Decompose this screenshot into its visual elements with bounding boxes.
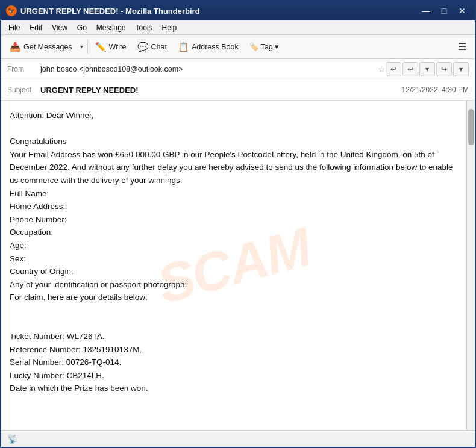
chat-label: Chat [151, 43, 167, 51]
tag-label: Tag [261, 43, 273, 51]
from-row: From john bosco <johnbosco108@outlook.co… [1, 59, 475, 79]
toolbar-sep-1 [87, 40, 88, 54]
body-line-9: Occupation: [10, 226, 458, 239]
menu-bar: FileEditViewGoMessageToolsHelp [1, 20, 475, 35]
chat-button[interactable]: 💬 Chat [133, 38, 172, 56]
app-icon: 🦅 [6, 5, 17, 16]
email-body[interactable]: SCAM Attention: Dear Winner, Congratulat… [1, 101, 466, 430]
body-line-21: Date in which the Prize has been won. [10, 382, 458, 395]
body-line-13: Any of your identification or passport p… [10, 278, 458, 291]
write-button[interactable]: ✏️ Write [90, 38, 131, 56]
from-label: From [7, 65, 40, 73]
menu-item-file[interactable]: File [4, 22, 25, 33]
subject-value: URGENT REPLY NEEDED! [40, 86, 402, 95]
menu-item-edit[interactable]: Edit [25, 22, 47, 33]
chat-icon: 💬 [137, 42, 149, 52]
get-messages-label: Get Messages [23, 43, 72, 51]
email-body-wrapper: SCAM Attention: Dear Winner, Congratulat… [1, 101, 475, 430]
minimize-button[interactable]: — [418, 5, 434, 17]
tag-icon: 🏷️ [249, 42, 259, 51]
body-line-18: Reference Number: 13251910137M. [10, 343, 458, 356]
menu-item-message[interactable]: Message [92, 22, 131, 33]
scrollbar[interactable] [466, 101, 475, 430]
get-messages-dropdown[interactable]: ▾ [78, 41, 85, 52]
title-bar: 🦅 URGENT REPLY NEEDED! - Mozilla Thunder… [1, 1, 475, 20]
reply-back-button[interactable]: ↩ [386, 62, 401, 76]
subject-row: Subject URGENT REPLY NEEDED! 12/21/2022,… [1, 79, 475, 100]
body-line-7: Home Address: [10, 200, 458, 213]
from-value: john bosco <johnbosco108@outlook.com> [40, 65, 374, 73]
email-header: From john bosco <johnbosco108@outlook.co… [1, 59, 475, 101]
body-line-6: Full Name: [10, 187, 458, 201]
main-window: 🦅 URGENT REPLY NEEDED! - Mozilla Thunder… [0, 0, 476, 448]
connection-status-icon: 📡 [7, 434, 17, 444]
date-value: 12/21/2022, 4:30 PM [402, 86, 469, 94]
menu-item-help[interactable]: Help [157, 22, 182, 33]
reply-button[interactable]: ↩ [402, 62, 418, 76]
status-bar: 📡 [1, 430, 475, 447]
body-line-19: Serial Number: 00726-TQ-014. [10, 356, 458, 369]
menu-item-go[interactable]: Go [72, 22, 92, 33]
maximize-button[interactable]: □ [436, 5, 452, 17]
hamburger-menu-button[interactable]: ☰ [453, 39, 471, 55]
forward-button[interactable]: ↪ [436, 62, 452, 76]
get-messages-button[interactable]: 📥 Get Messages [5, 38, 77, 56]
body-line-20: Lucky Number: CB214LH. [10, 369, 458, 382]
body-line-11: Sex: [10, 252, 458, 266]
header-action-buttons: ↩ ↩ ▾ ↪ ▾ [386, 62, 469, 76]
window-title: URGENT REPLY NEEDED! - Mozilla Thunderbi… [20, 7, 418, 16]
star-icon[interactable]: ☆ [378, 64, 386, 74]
body-line-8: Phone Number: [10, 213, 458, 226]
body-line-10: Age: [10, 239, 458, 252]
subject-label: Subject [7, 86, 40, 94]
toolbar: 📥 Get Messages ▾ ✏️ Write 💬 Chat 📋 Addre… [1, 35, 475, 59]
body-line-3: Your Email Address has won £650 000.00 G… [10, 150, 272, 159]
window-controls: — □ ✕ [418, 5, 470, 17]
body-line-17: Ticket Number: WL726TA. [10, 330, 458, 343]
menu-item-tools[interactable]: Tools [131, 22, 157, 33]
more-actions-button[interactable]: ▾ [453, 62, 469, 76]
address-book-button[interactable]: 📋 Address Book [173, 38, 243, 56]
address-book-label: Address Book [192, 43, 239, 51]
menu-item-view[interactable]: View [47, 22, 72, 33]
email-content: Attention: Dear Winner, Congratulations … [10, 109, 458, 395]
close-button[interactable]: ✕ [454, 5, 470, 17]
tag-dropdown-arrow: ▾ [275, 42, 279, 51]
body-line-2: Congratulations [10, 135, 458, 148]
body-line-14: For claim, here are your details below; [10, 291, 458, 304]
address-book-icon: 📋 [178, 42, 189, 52]
reply-dropdown-button[interactable]: ▾ [419, 62, 435, 76]
body-line-12: Country of Origin: [10, 265, 458, 278]
write-label: Write [109, 43, 127, 51]
write-icon: ✏️ [95, 42, 107, 52]
get-messages-icon: 📥 [10, 42, 21, 52]
scrollbar-thumb[interactable] [468, 109, 474, 145]
body-line-0: Attention: Dear Winner, [10, 109, 458, 122]
tag-button[interactable]: 🏷️ Tag ▾ [245, 38, 284, 56]
